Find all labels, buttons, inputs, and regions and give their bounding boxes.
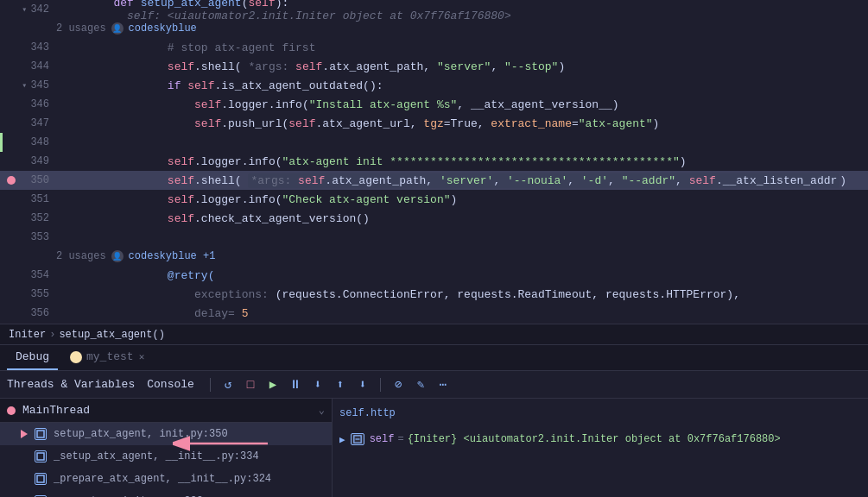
tab-session-label: my_test (86, 350, 134, 363)
thread-status-dot (7, 406, 16, 415)
main-thread-header[interactable]: MainThread ⌄ (0, 399, 332, 423)
code-line-353: 353 (0, 228, 868, 247)
debug-toolbar: Threads & Variables Console ↺ □ ▶ ⏸ ⬇ ⬆ … (0, 371, 868, 399)
tab-debug-label: Debug (16, 350, 49, 363)
step-over-btn[interactable]: ⬇ (309, 376, 326, 393)
code-line-347: 347 self.push_url(self.atx_agent_url, tg… (0, 114, 868, 133)
variables-scope-selector[interactable]: self.http (339, 402, 861, 425)
threads-panel: MainThread ⌄ setup_atx_agent, init.py:35… (0, 399, 333, 497)
debug-tab-bar: Debug my_test ✕ (0, 345, 868, 371)
line-number-346: 346 (0, 98, 56, 110)
frame-name-2: _prepare_atx_agent, __init__.py:324 (54, 473, 271, 485)
toolbar-separator-1 (210, 378, 211, 392)
line-number-344: 344 (0, 60, 56, 72)
line-number-342: ▾342 (0, 3, 56, 16)
resume-btn[interactable]: ▶ (264, 376, 282, 393)
frame-name-0: setup_atx_agent, init.py:350 (54, 428, 228, 440)
close-tab-icon[interactable]: ✕ (139, 351, 145, 362)
more-btn[interactable]: ⋯ (434, 376, 452, 393)
stack-frame-1[interactable]: _setup_atx_agent, __init__.py:334 (0, 445, 332, 468)
frame-icon-1 (35, 450, 47, 462)
line-number-352: 352 (0, 212, 56, 224)
svg-rect-1 (37, 453, 44, 460)
line-number-353: 353 (0, 231, 56, 243)
code-line-356: 356 delay= 5 (0, 304, 868, 323)
threads-vars-label: Threads & Variables (7, 378, 135, 391)
svg-rect-0 (37, 431, 44, 437)
stack-frame-2[interactable]: _prepare_atx_agent, __init__.py:324 (0, 468, 332, 490)
mute-btn[interactable]: ⊘ (390, 376, 407, 393)
line-number-347: 347 (0, 117, 56, 129)
svg-rect-2 (37, 475, 44, 482)
stop-btn[interactable]: □ (242, 376, 259, 393)
var-type-icon (351, 433, 364, 445)
line-number-354: 354 (0, 269, 56, 281)
line-number-345: ▾345 (0, 79, 56, 91)
debug-panel: Debug my_test ✕ Threads & Variables Cons… (0, 344, 868, 497)
code-editor: ▾342 def setup_atx_agent(self): self: <u… (0, 0, 868, 324)
scope-label: self.http (339, 407, 396, 419)
line-number-351: 351 (0, 193, 56, 205)
code-line-352: 352 self.check_atx_agent_version() (0, 209, 868, 228)
breadcrumb-initer[interactable]: Initer (9, 329, 46, 341)
variable-name-self: self (370, 433, 395, 445)
step-into-btn[interactable]: ⬆ (332, 376, 349, 393)
breadcrumb: Initer › setup_atx_agent() (0, 324, 868, 344)
console-label[interactable]: Console (147, 378, 194, 391)
debug-content: MainThread ⌄ setup_atx_agent, init.py:35… (0, 399, 868, 497)
line-number-343: 343 (0, 41, 56, 53)
variable-row-self[interactable]: ▶ self = {Initer} <uiautomator2.init.Ini… (339, 428, 861, 450)
session-icon (70, 351, 82, 363)
expand-icon[interactable]: ▶ (339, 434, 345, 445)
line-number-350: 350 (0, 174, 56, 186)
toolbar-separator-2 (380, 378, 381, 392)
tab-debug[interactable]: Debug (7, 345, 58, 370)
pause-btn[interactable]: ⏸ (287, 376, 304, 393)
line-number-355: 355 (0, 288, 56, 300)
line-number-356: 356 (0, 307, 56, 319)
frame-icon-2 (35, 473, 47, 485)
edit-btn[interactable]: ✎ (412, 376, 429, 393)
code-line-342: ▾342 def setup_atx_agent(self): self: <u… (0, 0, 868, 19)
frame-icon-0 (35, 428, 47, 440)
tab-session[interactable]: my_test ✕ (61, 345, 153, 370)
variable-value-self: {Initer} <uiautomator2.init.Initer objec… (408, 433, 781, 445)
step-out-btn[interactable]: ⬇ (354, 376, 371, 393)
thread-chevron-icon[interactable]: ⌄ (319, 404, 325, 417)
line-content-356: delay= 5 (56, 294, 868, 324)
line-number-348: 348 (0, 136, 56, 148)
line-number-349: 349 (0, 155, 56, 167)
frame-name-1: _setup_atx_agent, __init__.py:334 (54, 450, 259, 462)
thread-name: MainThread (22, 404, 319, 417)
stack-frame-3[interactable]: request, __init__.py:223 (0, 490, 332, 497)
variables-panel: self.http ▶ self = {Initer} <uiautomator… (333, 399, 868, 497)
active-frame-arrow-icon (21, 430, 28, 438)
stack-frame-0[interactable]: setup_atx_agent, init.py:350 (0, 423, 332, 445)
breadcrumb-method[interactable]: setup_atx_agent() (59, 329, 164, 341)
rerun-btn[interactable]: ↺ (219, 376, 237, 393)
